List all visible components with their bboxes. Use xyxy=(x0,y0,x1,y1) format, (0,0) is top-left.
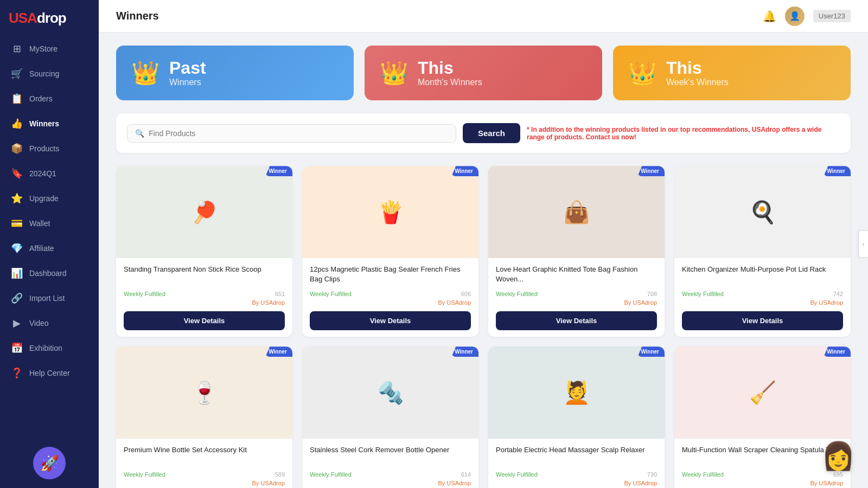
sidebar-item-affiliate[interactable]: 💎Affiliate xyxy=(0,236,99,261)
product-count-7: 695 xyxy=(833,471,843,478)
product-supplier-4: By USAdrop xyxy=(124,480,285,486)
sidebar-item-exhibition[interactable]: 📅Exhibition xyxy=(0,336,99,361)
sidebar-label-mystore: MyStore xyxy=(29,44,58,53)
product-info-2: Love Heart Graphic Knitted Tote Bag Fash… xyxy=(488,258,665,337)
sidebar-item-2024q1[interactable]: 🔖2024Q1 xyxy=(0,161,99,186)
sidebar-label-exhibition: Exhibition xyxy=(29,344,62,352)
view-details-button-0[interactable]: View Details xyxy=(124,311,285,330)
view-details-button-2[interactable]: View Details xyxy=(496,311,657,330)
tab-sub-word-this_month: Month's Winners xyxy=(418,78,482,87)
product-supplier-5: By USAdrop xyxy=(310,480,471,486)
sidebar-icon-helpcenter: ❓ xyxy=(11,367,23,379)
product-info-1: 12pcs Magnetic Plastic Bag Sealer French… xyxy=(302,258,478,337)
product-meta-3: Weekly Fulfilled 742 xyxy=(682,291,843,297)
product-title-5: Stainless Steel Cork Remover Bottle Open… xyxy=(310,445,471,467)
sidebar-item-upgrade[interactable]: ⭐Upgrade xyxy=(0,186,99,211)
product-count-1: 606 xyxy=(461,291,471,297)
product-supplier-1: By USAdrop xyxy=(310,299,471,306)
sidebar-icon-upgrade: ⭐ xyxy=(11,192,23,204)
chat-avatar[interactable]: 👩 xyxy=(819,423,857,472)
sidebar-icon-video: ▶ xyxy=(11,317,23,329)
product-card-5: Winner 🔩 Stainless Steel Cork Remover Bo… xyxy=(302,346,478,488)
sidebar-label-sourcing: Sourcing xyxy=(29,69,59,78)
product-card-6: Winner 💆 Portable Electric Head Massager… xyxy=(488,346,665,488)
product-meta-6: Weekly Fulfilled 730 xyxy=(496,471,657,478)
weekly-fulfilled-6: Weekly Fulfilled xyxy=(496,471,538,478)
weekly-fulfilled-0: Weekly Fulfilled xyxy=(124,291,165,297)
sidebar-icon-products: 📦 xyxy=(11,143,23,155)
product-count-4: 589 xyxy=(275,471,285,478)
product-title-4: Premium Wine Bottle Set Accessory Kit xyxy=(124,445,285,467)
tab-card-text-this_week: This Week's Winners xyxy=(666,59,729,87)
winner-badge-1: Winner xyxy=(451,166,478,176)
product-emoji-6: 💆 xyxy=(488,346,665,439)
note-text: In addition to the winning products list… xyxy=(527,126,821,141)
product-card-0: Winner 🏓 Standing Transparent Non Stick … xyxy=(116,166,292,337)
weekly-fulfilled-3: Weekly Fulfilled xyxy=(682,291,724,297)
sidebar-label-dashboard: Dashboard xyxy=(29,269,67,278)
sidebar-item-importlist[interactable]: 🔗Import List xyxy=(0,286,99,311)
sidebar: USAdrop ⊞MyStore🛒Sourcing📋Orders👍Winners… xyxy=(0,0,99,488)
winner-badge-6: Winner xyxy=(637,346,665,357)
sidebar-item-winners[interactable]: 👍Winners xyxy=(0,111,99,136)
header: Winners 🔔 👤 User123 xyxy=(99,0,868,33)
tab-card-past[interactable]: 👑 Past Winners xyxy=(116,46,354,100)
sidebar-label-orders: Orders xyxy=(29,94,53,103)
product-count-5: 614 xyxy=(461,471,471,478)
winner-badge-2: Winner xyxy=(637,166,665,176)
sidebar-item-products[interactable]: 📦Products xyxy=(0,136,99,161)
bell-icon[interactable]: 🔔 xyxy=(763,10,776,23)
tab-card-this_month[interactable]: 👑 This Month's Winners xyxy=(365,46,602,100)
sidebar-item-sourcing[interactable]: 🛒Sourcing xyxy=(0,61,99,86)
product-image-3: 🍳 xyxy=(674,166,851,258)
sidebar-item-mystore[interactable]: ⊞MyStore xyxy=(0,36,99,61)
product-title-3: Kitchen Organizer Multi-Purpose Pot Lid … xyxy=(682,265,843,286)
tab-sub-word-this_week: Week's Winners xyxy=(666,78,729,87)
product-meta-2: Weekly Fulfilled 708 xyxy=(496,291,657,297)
sidebar-label-2024q1: 2024Q1 xyxy=(29,169,56,178)
sidebar-icon-wallet: 💳 xyxy=(11,217,23,229)
page-title: Winners xyxy=(116,10,159,22)
avatar[interactable]: 👤 xyxy=(785,7,805,26)
username: User123 xyxy=(813,10,851,22)
sidebar-icon-affiliate: 💎 xyxy=(11,242,23,254)
product-supplier-0: By USAdrop xyxy=(124,299,285,306)
product-meta-0: Weekly Fulfilled 651 xyxy=(124,291,285,297)
header-right: 🔔 👤 User123 xyxy=(763,7,851,26)
sidebar-label-importlist: Import List xyxy=(29,294,65,303)
product-emoji-0: 🏓 xyxy=(116,166,292,258)
weekly-fulfilled-5: Weekly Fulfilled xyxy=(310,471,352,478)
product-meta-5: Weekly Fulfilled 614 xyxy=(310,471,471,478)
sidebar-icon-exhibition: 📅 xyxy=(11,342,23,354)
tab-card-text-past: Past Winners xyxy=(169,59,206,87)
sidebar-item-helpcenter[interactable]: ❓Help Center xyxy=(0,361,99,386)
search-bar: 🔍 Search * In addition to the winning pr… xyxy=(116,113,851,153)
product-info-3: Kitchen Organizer Multi-Purpose Pot Lid … xyxy=(674,258,851,337)
winner-badge-4: Winner xyxy=(265,346,292,357)
view-details-button-1[interactable]: View Details xyxy=(310,311,471,330)
product-emoji-4: 🍷 xyxy=(116,346,292,439)
sidebar-icon-winners: 👍 xyxy=(11,118,23,130)
product-card-3: Winner 🍳 Kitchen Organizer Multi-Purpose… xyxy=(674,166,851,337)
sidebar-icon-sourcing: 🛒 xyxy=(11,68,23,80)
sidebar-icon-mystore: ⊞ xyxy=(11,43,23,55)
product-emoji-2: 👜 xyxy=(488,166,665,258)
sidebar-item-wallet[interactable]: 💳Wallet xyxy=(0,211,99,236)
sidebar-item-dashboard[interactable]: 📊Dashboard xyxy=(0,261,99,286)
tab-card-this_week[interactable]: 👑 This Week's Winners xyxy=(613,46,851,100)
search-button[interactable]: Search xyxy=(463,123,520,143)
view-details-button-3[interactable]: View Details xyxy=(682,311,843,330)
product-supplier-2: By USAdrop xyxy=(496,299,657,306)
sidebar-item-video[interactable]: ▶Video xyxy=(0,311,99,336)
tab-main-word-this_week: This xyxy=(666,59,729,78)
sidebar-icon-dashboard: 📊 xyxy=(11,267,23,279)
note-asterisk: * xyxy=(527,126,529,133)
product-info-6: Portable Electric Head Massager Scalp Re… xyxy=(488,439,665,488)
product-supplier-7: By USAdrop xyxy=(682,480,843,486)
main-area: Winners 🔔 👤 User123 👑 Past Winners 👑 Thi… xyxy=(99,0,868,488)
sidebar-item-orders[interactable]: 📋Orders xyxy=(0,86,99,111)
mascot-icon: 🚀 xyxy=(33,447,66,479)
collapse-button[interactable]: ‹ xyxy=(858,230,868,258)
crown-icon-this_week: 👑 xyxy=(628,60,656,86)
search-input[interactable] xyxy=(149,129,448,138)
